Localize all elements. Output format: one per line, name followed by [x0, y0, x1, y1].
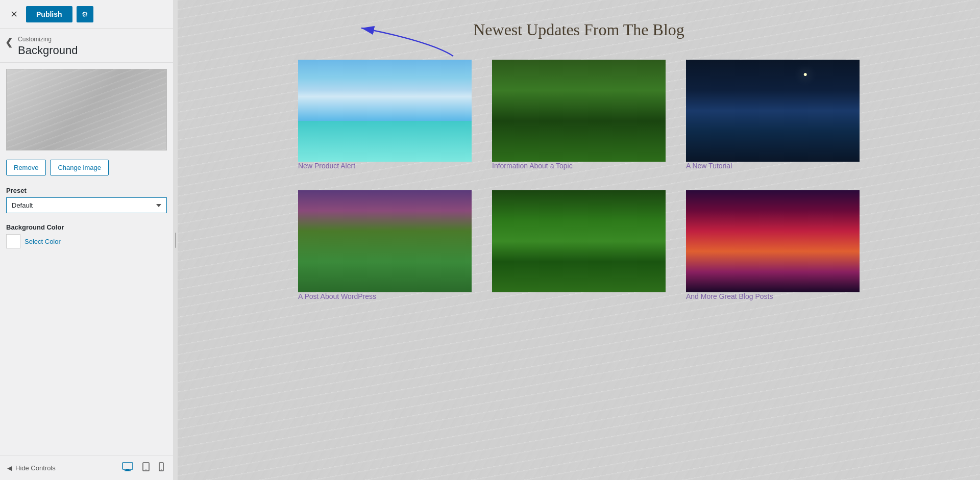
- blog-card: And More Great Blog Posts: [686, 190, 860, 300]
- change-image-button[interactable]: Change image: [50, 160, 109, 175]
- background-label: Background: [18, 44, 78, 57]
- background-preview: [6, 69, 167, 150]
- blog-card: New Product Alert: [298, 60, 472, 170]
- bg-color-label: Background Color: [6, 223, 167, 231]
- back-button[interactable]: ❮: [5, 37, 13, 48]
- svg-rect-1: [126, 469, 129, 470]
- blog-card: A Post About WordPress: [298, 190, 472, 300]
- select-color-button[interactable]: Select Color: [24, 238, 61, 245]
- tablet-icon-button[interactable]: [140, 461, 152, 475]
- color-row: Select Color: [6, 234, 167, 248]
- settings-button[interactable]: ⚙: [77, 6, 93, 22]
- card-link-2[interactable]: Information About a Topic: [492, 162, 666, 170]
- hide-icon: ◀: [7, 464, 12, 472]
- sidebar: ✕ Publish ⚙ ❮ Customizing Background Rem…: [0, 0, 174, 480]
- close-button[interactable]: ✕: [6, 7, 22, 22]
- preset-select[interactable]: Default Fill Fit Repeat Custom: [6, 197, 167, 213]
- svg-rect-0: [122, 463, 133, 469]
- section-label: Customizing Background: [18, 36, 78, 57]
- card-image-night-lake: [686, 60, 860, 162]
- blog-card: [492, 190, 666, 300]
- svg-rect-2: [125, 470, 131, 471]
- card-image-forest: [492, 60, 666, 162]
- back-nav: ❮ Customizing Background: [0, 29, 173, 63]
- blog-title: Newest Updates From The Blog: [208, 20, 949, 39]
- card-image-sunset: [686, 190, 860, 292]
- blog-grid: New Product Alert Information About a To…: [298, 60, 860, 300]
- bg-color-section: Background Color Select Color: [0, 218, 173, 254]
- image-buttons: Remove Change image: [0, 157, 173, 182]
- device-icons: [120, 461, 166, 475]
- resize-handle[interactable]: [174, 0, 178, 480]
- preset-section: Preset Default Fill Fit Repeat Custom: [0, 182, 173, 218]
- customizing-label: Customizing: [18, 36, 78, 43]
- wavy-background: Newest Updates From The Blog New Product…: [178, 0, 980, 480]
- card-link-3[interactable]: A New Tutorial: [686, 162, 860, 170]
- publish-button[interactable]: Publish: [26, 6, 72, 22]
- hide-controls-button[interactable]: ◀ Hide Controls: [7, 464, 56, 472]
- remove-button[interactable]: Remove: [6, 160, 46, 175]
- preset-label: Preset: [6, 187, 167, 194]
- top-bar: ✕ Publish ⚙: [0, 0, 173, 29]
- mobile-icon-button[interactable]: [157, 461, 166, 475]
- blog-card: Information About a Topic: [492, 60, 666, 170]
- card-image-forest2: [492, 190, 666, 292]
- svg-point-6: [161, 469, 162, 470]
- card-link-6[interactable]: And More Great Blog Posts: [686, 292, 860, 300]
- color-swatch[interactable]: [6, 234, 20, 248]
- hide-controls-label: Hide Controls: [15, 464, 56, 472]
- card-link-1[interactable]: New Product Alert: [298, 162, 472, 170]
- bottom-bar: ◀ Hide Controls: [0, 456, 173, 480]
- desktop-icon-button[interactable]: [120, 461, 135, 475]
- blog-card: A New Tutorial: [686, 60, 860, 170]
- preview-bg-image: [7, 69, 166, 150]
- svg-point-4: [145, 469, 146, 470]
- card-link-4[interactable]: A Post About WordPress: [298, 292, 472, 300]
- card-image-ocean: [298, 60, 472, 162]
- main-preview: Newest Updates From The Blog New Product…: [178, 0, 980, 480]
- card-image-waterfall: [298, 190, 472, 292]
- sidebar-scroll: Remove Change image Preset Default Fill …: [0, 63, 173, 456]
